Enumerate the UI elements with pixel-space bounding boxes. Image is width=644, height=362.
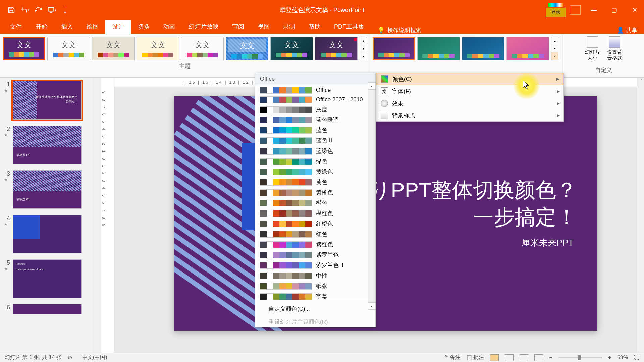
color-theme-item[interactable]: 中性 [255,270,375,281]
color-theme-item[interactable]: 蓝色 II [255,135,375,146]
color-theme-item[interactable]: 紫红色 [255,239,375,250]
share-button[interactable]: 👤 共享 [617,26,637,34]
variant-colors-menu[interactable]: 颜色(C)▶ [376,73,563,85]
display-options-button[interactable] [570,5,581,15]
custom-colors-command[interactable]: 自定义颜色(C)... [255,302,375,315]
tab-slideshow[interactable]: 幻灯片放映 [182,19,225,34]
slideshow-view-button[interactable] [534,354,543,361]
tab-view[interactable]: 视图 [251,19,276,34]
theme-thumb-4[interactable]: 文文 [137,37,179,60]
slide-title[interactable]: りPPT整体切换颜色？一步搞定！ [370,177,577,231]
color-theme-item[interactable]: 字幕 [255,291,375,300]
color-theme-label: 蓝色 [316,126,327,134]
variant-effects-menu[interactable]: 效果▶ [376,97,563,109]
color-theme-label: 纸张 [316,282,327,290]
color-swatch-row [260,96,312,103]
slide-subtitle[interactable]: 厘米未来PPT [522,237,574,249]
login-button[interactable]: 登录 [546,8,566,17]
start-slideshow-button[interactable]: ▾ [47,5,56,15]
color-theme-item[interactable]: 紫罗兰色 II [255,260,375,270]
maximize-button[interactable]: ▢ [605,1,624,19]
comments-button[interactable]: 曰 批注 [467,354,484,361]
color-swatch-row [260,252,312,258]
color-theme-item[interactable]: 黄色 [255,177,375,187]
variant-thumb-4[interactable] [506,37,549,60]
color-theme-item[interactable]: 蓝色 [255,125,375,135]
redo-button[interactable] [34,5,43,15]
slide-thumb-4[interactable] [13,215,82,253]
color-theme-item[interactable]: 红色 [255,229,375,239]
language-indicator[interactable]: 中文(中国) [82,354,107,361]
slide-canvas[interactable]: りPPT整体切换颜色？一步搞定！ 厘米未来PPT [174,96,597,331]
tell-me-search[interactable]: 💡 操作说明搜索 [378,26,422,34]
reset-theme-colors-command[interactable]: 重设幻灯片主题颜色(R) [255,315,375,328]
color-swatch-row [260,293,312,300]
color-theme-item[interactable]: 纸张 [255,281,375,291]
color-theme-item[interactable]: 红橙色 [255,219,375,229]
zoom-in-button[interactable]: + [608,355,611,361]
tab-draw[interactable]: 绘图 [80,19,105,34]
collapse-ribbon-button[interactable]: ˄ [641,79,643,84]
tab-pdf[interactable]: PDF工具集 [327,19,371,34]
color-theme-item[interactable]: 蓝绿色 [255,146,375,156]
variant-thumb-3[interactable] [462,37,504,60]
theme-thumb-6[interactable]: 文文 [226,37,268,60]
theme-thumb-8[interactable]: 文文 [315,37,358,60]
color-theme-item[interactable]: 紫罗兰色 [255,250,375,260]
color-theme-item[interactable]: 灰度 [255,104,375,115]
color-theme-item[interactable]: 绿色 [255,156,375,167]
slide-thumb-6[interactable] [13,304,82,314]
tab-transitions[interactable]: 切换 [131,19,156,34]
theme-gallery-spinner[interactable]: ▴▾▾ [360,37,367,60]
canvas-vertical-scrollbar[interactable] [637,78,644,353]
zoom-level[interactable]: 69% [617,355,628,361]
fit-window-button[interactable]: ⛶ [634,355,639,361]
undo-button[interactable]: ▾ [20,5,30,15]
tab-record[interactable]: 录制 [276,19,302,34]
slide-thumb-3[interactable]: 节标题 01 [13,170,82,209]
tab-animations[interactable]: 动画 [156,19,182,34]
sorter-view-button[interactable] [505,354,514,361]
tab-review[interactable]: 审阅 [225,19,251,34]
variant-gallery-spinner[interactable]: ▴▾▾ [551,37,558,60]
slide-thumbnails-panel[interactable]: 1★如何快速为PPT整体切换颜色？一步搞定！ 2★节标题 01 3★节标题 01… [0,78,94,353]
normal-view-button[interactable] [490,354,499,361]
slide-size-button[interactable]: 幻灯片大小 [583,36,602,61]
color-theme-item[interactable]: 黄绿色 [255,167,375,177]
tab-design[interactable]: 设计 [105,19,131,34]
save-button[interactable] [7,5,16,15]
theme-thumb-2[interactable]: 文文 [47,37,90,60]
slide-thumb-5[interactable]: 内容标题Lorem ipsum dolor sit amet [13,259,82,298]
color-theme-item[interactable]: 橙色 [255,198,375,208]
reading-view-button[interactable] [520,354,528,361]
color-theme-item[interactable]: 橙红色 [255,208,375,219]
variant-bgstyles-menu[interactable]: 背景样式▶ [376,109,563,121]
color-theme-item[interactable]: 蓝色暖调 [255,115,375,125]
notes-button[interactable]: ≙ 备注 [444,354,460,361]
zoom-slider[interactable] [558,357,602,358]
variant-fonts-menu[interactable]: 文字体(F)▶ [376,85,563,97]
color-swatch-row [260,283,312,290]
minimize-button[interactable]: — [585,1,603,19]
color-theme-item[interactable]: 黄橙色 [255,187,375,198]
theme-thumb-3[interactable]: 文文 [92,37,135,60]
close-button[interactable]: ✕ [626,1,644,19]
tab-help[interactable]: 帮助 [302,19,327,34]
variant-thumb-1[interactable] [373,37,415,60]
zoom-out-button[interactable]: − [549,355,552,361]
tab-insert[interactable]: 插入 [54,19,80,34]
color-theme-item[interactable]: Office 2007 - 2010 [255,95,375,104]
tab-file[interactable]: 文件 [3,19,29,34]
color-theme-item[interactable]: Office [255,85,375,95]
tab-home[interactable]: 开始 [29,19,54,34]
theme-thumb-7[interactable]: 文文 [270,37,313,60]
theme-thumb-5[interactable]: 文文 [181,37,224,60]
slide-thumb-1[interactable]: 如何快速为PPT整体切换颜色？一步搞定！ [13,81,82,120]
format-background-button[interactable]: 设置背景格式 [605,36,624,61]
color-flyout-scrollbar[interactable]: ▴▾ [368,82,375,310]
thumbs-scrollbar[interactable] [94,78,101,353]
theme-thumb-1[interactable]: 文文 [3,37,45,60]
qat-customize-button[interactable]: ⎺▾ [60,5,70,15]
slide-thumb-2[interactable]: 节标题 01 [13,126,82,164]
variant-thumb-2[interactable] [417,37,460,60]
